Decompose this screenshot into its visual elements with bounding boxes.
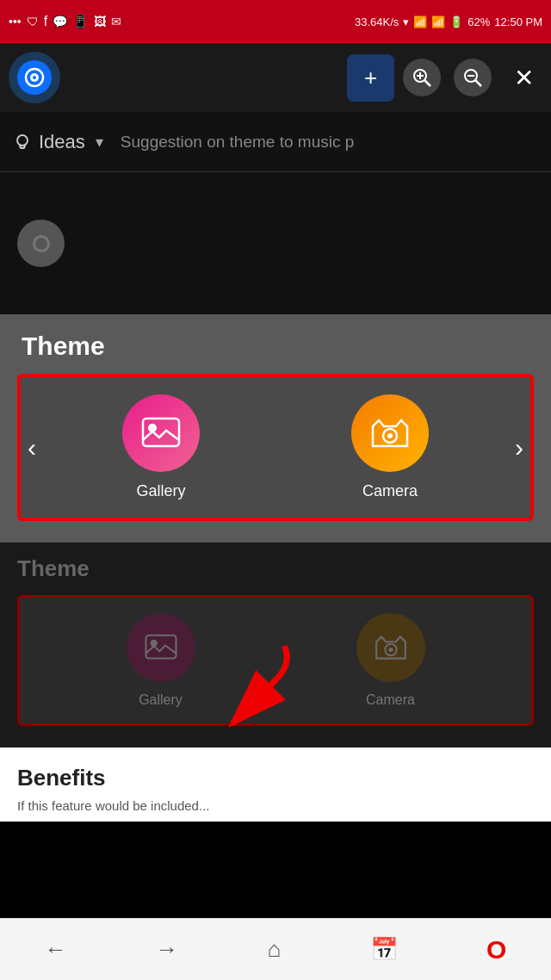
back-icon: ←	[45, 936, 67, 963]
ideas-suggestion: Suggestion on theme to music p	[121, 133, 538, 152]
clock: 12:50 PM	[494, 16, 542, 28]
mic-button[interactable]	[17, 220, 65, 267]
new-tab-button[interactable]: +	[347, 54, 394, 102]
camera-label: Camera	[362, 482, 418, 500]
gallery-option[interactable]: Gallery	[122, 394, 200, 500]
options-row-highlighted: ‹ Gallery	[17, 374, 534, 521]
benefits-section: Benefits If this feature would be includ…	[0, 747, 551, 822]
status-bar-left: ••• 🛡 f 💬 📱 🖼 ✉	[9, 14, 121, 29]
opera-icon: O	[486, 935, 506, 964]
mail-icon: ✉	[111, 15, 121, 28]
mic-icon	[31, 233, 52, 254]
svg-point-10	[17, 135, 28, 146]
zoom-out-button[interactable]	[454, 59, 492, 96]
shield-icon: 🛡	[27, 15, 39, 28]
signal-icon: 📶	[413, 16, 427, 28]
battery-pct: 62%	[467, 16, 490, 28]
theme-modal: Theme ‹ Gallery	[0, 314, 551, 543]
svg-point-2	[33, 76, 36, 79]
svg-rect-15	[143, 419, 179, 446]
camera-icon-button[interactable]	[351, 394, 429, 472]
svg-line-8	[475, 80, 481, 86]
bulb-icon	[13, 133, 32, 152]
svg-point-13	[35, 238, 47, 250]
modal-title: Theme	[22, 332, 534, 361]
gallery-label: Gallery	[136, 482, 185, 500]
bottom-nav: ← → ⌂ 📅 O	[0, 918, 551, 980]
faded-camera-lens-icon	[373, 633, 409, 662]
zoom-in-icon	[412, 68, 431, 87]
browser-logo	[9, 52, 60, 103]
calendar-button[interactable]: 📅	[357, 932, 411, 967]
chevron-down-icon: ▾	[96, 133, 103, 152]
nav-right-button[interactable]: ›	[515, 433, 523, 462]
chat-icon: 💬	[53, 15, 67, 28]
camera-option[interactable]: Camera	[351, 394, 429, 500]
camera-lens-icon	[368, 416, 412, 450]
faded-camera-icon	[356, 613, 425, 682]
zoom-out-icon	[463, 68, 482, 87]
background-theme-section: Theme Gallery	[0, 543, 551, 747]
signal-icon2: 📶	[431, 16, 445, 28]
benefits-title: Benefits	[17, 765, 534, 791]
facebook-icon: f	[44, 14, 47, 29]
svg-rect-19	[145, 636, 176, 659]
back-button[interactable]: ←	[32, 932, 80, 967]
faded-options-row: Gallery Camera	[17, 595, 534, 726]
wifi-icon: ▾	[403, 16, 409, 28]
faded-gallery-image-icon	[144, 633, 178, 662]
faded-gallery-option: Gallery	[127, 613, 195, 708]
zoom-in-button[interactable]	[403, 59, 441, 96]
faded-camera-label: Camera	[366, 692, 415, 708]
eye-icon	[22, 65, 46, 90]
svg-point-22	[388, 648, 393, 652]
top-bar: + ✕	[0, 43, 551, 112]
forward-icon: →	[156, 936, 178, 963]
top-bar-icons: ✕	[403, 59, 542, 96]
nav-left-button[interactable]: ‹	[28, 433, 36, 462]
network-speed: 33.64K/s	[355, 16, 399, 28]
benefits-text: If this feature would be included...	[17, 798, 534, 813]
ideas-selector[interactable]: Ideas ▾	[13, 131, 103, 153]
ideas-label: Ideas	[39, 131, 85, 153]
gallery-image-icon	[140, 416, 182, 450]
opera-button[interactable]: O	[474, 931, 519, 969]
logo-inner	[17, 60, 52, 95]
faded-theme-title: Theme	[17, 555, 534, 582]
battery-icon: 🔋	[449, 16, 463, 28]
main-content: Theme ‹ Gallery	[0, 314, 551, 822]
whatsapp-icon: 📱	[72, 14, 89, 29]
calendar-icon: 📅	[370, 936, 398, 963]
faded-gallery-label: Gallery	[139, 692, 183, 708]
close-icon: ✕	[514, 64, 534, 92]
faded-camera-option: Camera	[356, 613, 425, 708]
dark-area	[0, 172, 551, 314]
home-icon: ⌂	[267, 936, 281, 963]
image-icon: 🖼	[94, 15, 106, 28]
svg-point-18	[387, 433, 393, 438]
svg-line-4	[424, 80, 430, 86]
status-bar-right: 33.64K/s ▾ 📶 📶 🔋 62% 12:50 PM	[355, 16, 542, 28]
forward-button[interactable]: →	[143, 932, 191, 967]
home-button[interactable]: ⌂	[254, 932, 294, 967]
status-bar: ••• 🛡 f 💬 📱 🖼 ✉ 33.64K/s ▾ 📶 📶 🔋 62% 12:…	[0, 0, 551, 43]
ideas-bar: Ideas ▾ Suggestion on theme to music p	[0, 112, 551, 172]
close-button[interactable]: ✕	[505, 59, 542, 96]
dot-icon: •••	[9, 15, 22, 28]
faded-gallery-icon	[127, 613, 195, 682]
gallery-icon-button[interactable]	[122, 394, 200, 472]
